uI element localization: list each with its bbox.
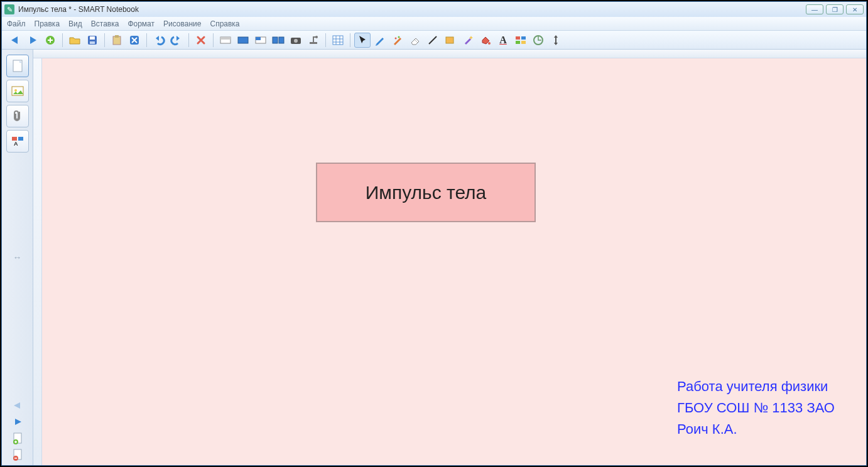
prev-page-button[interactable] xyxy=(9,399,26,412)
svg-point-20 xyxy=(398,36,400,38)
slide-canvas[interactable]: Импульс тела Работа учителя физики ГБОУ … xyxy=(42,58,866,465)
pen-tool-button[interactable] xyxy=(372,33,388,48)
minimize-icon: — xyxy=(811,6,818,13)
svg-rect-5 xyxy=(115,35,119,38)
svg-point-19 xyxy=(395,37,397,39)
toolbar-separator xyxy=(325,33,326,47)
menu-drawing[interactable]: Рисование xyxy=(163,19,201,28)
svg-rect-25 xyxy=(516,41,520,44)
toolbar-separator xyxy=(62,33,63,47)
svg-rect-8 xyxy=(220,37,231,40)
select-tool-button[interactable] xyxy=(354,33,371,48)
eraser-button[interactable] xyxy=(407,33,423,48)
line-tool-button[interactable] xyxy=(425,33,441,48)
credit-line-1: Работа учителя физики xyxy=(677,376,835,397)
svg-rect-3 xyxy=(90,41,95,44)
toolbar-separator xyxy=(188,33,189,47)
delete-page-button[interactable] xyxy=(9,448,26,461)
move-toolbar-button[interactable] xyxy=(548,33,564,48)
title-bar: Импульс тела * - SMART Notebook — ❐ ✕ xyxy=(2,2,866,17)
svg-rect-24 xyxy=(521,36,526,40)
slide-title-text: Импульс тела xyxy=(366,182,487,203)
fullscreen-button[interactable] xyxy=(235,33,251,48)
measurement-tools-button[interactable] xyxy=(530,33,546,48)
svg-rect-26 xyxy=(521,41,526,44)
attachments-tab[interactable] xyxy=(6,105,29,127)
cut-button[interactable] xyxy=(126,33,143,48)
toolbar-separator xyxy=(146,33,147,47)
close-icon: ✕ xyxy=(852,6,857,13)
creative-pen-button[interactable] xyxy=(389,33,406,48)
horizontal-ruler xyxy=(33,50,866,58)
content-area: A ↔ Импульс тела Работа учителя физики Г… xyxy=(2,50,866,465)
svg-rect-16 xyxy=(310,42,317,44)
fill-tool-button[interactable] xyxy=(477,33,494,48)
delete-button[interactable] xyxy=(193,33,209,48)
minimize-button[interactable]: — xyxy=(806,4,823,14)
gallery-tab[interactable] xyxy=(6,80,29,102)
svg-point-22 xyxy=(488,42,491,45)
svg-rect-12 xyxy=(273,37,278,43)
menu-help[interactable]: Справка xyxy=(210,19,239,28)
shape-tool-button[interactable] xyxy=(442,33,458,48)
screen-shade-button[interactable] xyxy=(217,33,234,48)
side-panel: A ↔ xyxy=(2,50,33,465)
magic-pen-button[interactable] xyxy=(460,33,476,48)
toolbar-separator xyxy=(104,33,105,47)
vertical-ruler xyxy=(33,58,42,465)
menu-bar: Файл Правка Вид Вставка Формат Рисование… xyxy=(2,17,866,31)
svg-rect-21 xyxy=(446,37,453,43)
window-title: Импульс тела * - SMART Notebook xyxy=(18,5,139,14)
main-toolbar: A xyxy=(2,31,866,50)
toolbar-separator xyxy=(213,33,214,47)
save-button[interactable] xyxy=(84,33,100,48)
nav-forward-button[interactable] xyxy=(24,33,41,48)
sidebar-resize-handle[interactable]: ↔ xyxy=(13,252,22,262)
sidebar-nav xyxy=(9,399,26,461)
svg-rect-23 xyxy=(516,36,520,40)
page-workspace: Импульс тела Работа учителя физики ГБОУ … xyxy=(33,50,866,465)
close-button[interactable]: ✕ xyxy=(846,4,864,14)
credit-line-2: ГБОУ СОШ № 1133 ЗАО xyxy=(677,397,835,419)
redo-button[interactable] xyxy=(168,33,185,48)
dual-page-button[interactable] xyxy=(270,33,286,48)
credit-block[interactable]: Работа учителя физики ГБОУ СОШ № 1133 ЗА… xyxy=(677,376,835,440)
paste-button[interactable] xyxy=(109,33,125,48)
slide-title-box[interactable]: Импульс тела xyxy=(316,163,536,222)
svg-point-15 xyxy=(294,39,298,43)
svg-point-17 xyxy=(315,36,318,38)
svg-text:A: A xyxy=(14,141,18,147)
svg-rect-28 xyxy=(555,38,556,43)
svg-rect-2 xyxy=(90,36,95,40)
menu-file[interactable]: Файл xyxy=(7,19,26,28)
svg-point-31 xyxy=(14,89,17,92)
open-button[interactable] xyxy=(67,33,83,48)
menu-view[interactable]: Вид xyxy=(68,19,82,28)
properties-tab[interactable]: A xyxy=(6,130,29,153)
maximize-icon: ❐ xyxy=(832,6,838,13)
nav-back-button[interactable] xyxy=(7,33,23,48)
page-sorter-tab[interactable] xyxy=(6,55,29,77)
text-icon: A xyxy=(499,35,507,46)
menu-edit[interactable]: Правка xyxy=(35,19,60,28)
transparent-bg-button[interactable] xyxy=(252,33,269,48)
svg-rect-9 xyxy=(238,37,248,43)
doc-camera-button[interactable] xyxy=(305,33,322,48)
menu-format[interactable]: Формат xyxy=(127,19,155,28)
maximize-button[interactable]: ❐ xyxy=(826,4,844,14)
toolbar-separator xyxy=(350,33,350,47)
screen-capture-button[interactable] xyxy=(288,33,304,48)
undo-button[interactable] xyxy=(151,33,167,48)
svg-rect-18 xyxy=(333,36,343,45)
text-tool-button[interactable]: A xyxy=(495,33,511,48)
add-page-side-button[interactable] xyxy=(9,431,26,445)
insert-table-button[interactable] xyxy=(330,33,346,48)
svg-rect-11 xyxy=(256,37,261,40)
add-page-button[interactable] xyxy=(42,33,58,48)
properties-button[interactable] xyxy=(513,33,529,48)
next-page-button[interactable] xyxy=(9,415,26,429)
app-window: Импульс тела * - SMART Notebook — ❐ ✕ Фа… xyxy=(1,1,867,466)
svg-rect-33 xyxy=(18,137,23,141)
menu-insert[interactable]: Вставка xyxy=(91,19,119,28)
app-icon xyxy=(4,4,14,14)
